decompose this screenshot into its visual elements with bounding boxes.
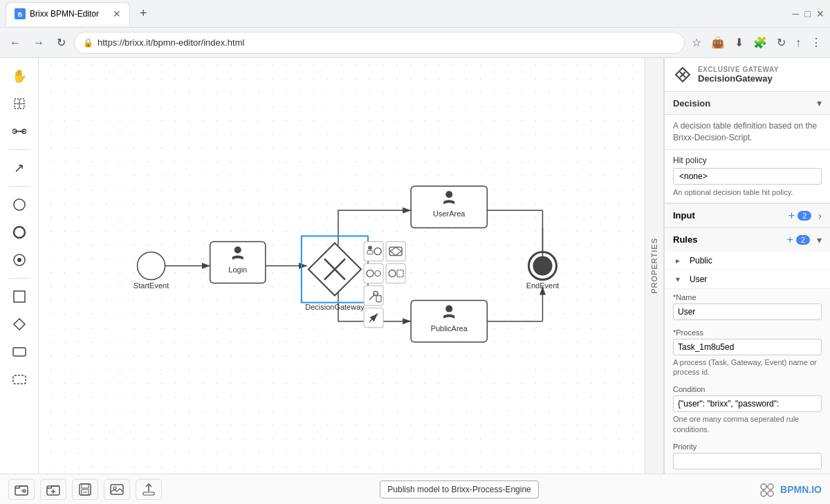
browser-titlebar: B Brixx BPMN-Editor ✕ + ─ □ ✕ bbox=[0, 0, 830, 28]
decision-section-desc: A decision table definition based on the… bbox=[665, 115, 830, 150]
user-tree-item[interactable]: ▾ User bbox=[665, 270, 830, 288]
forward-button[interactable]: → bbox=[29, 34, 48, 52]
window-maximize-button[interactable]: □ bbox=[805, 8, 811, 19]
svg-point-23 bbox=[234, 246, 241, 253]
export-button[interactable] bbox=[136, 479, 162, 500]
decision-section-title: Decision bbox=[673, 98, 817, 109]
diamond-tool-button[interactable] bbox=[7, 312, 32, 337]
save-button[interactable] bbox=[72, 479, 98, 500]
svg-rect-16 bbox=[13, 375, 26, 384]
tab-title: Brixx BPMN-Editor bbox=[30, 9, 109, 19]
rules-count-badge: 2 bbox=[796, 235, 810, 245]
name-field-label: *Name bbox=[673, 293, 822, 301]
rules-expand-icon: ▾ bbox=[817, 234, 822, 245]
input-add-button[interactable]: + bbox=[788, 209, 795, 222]
import-image-button[interactable] bbox=[104, 479, 130, 500]
hand-tool-button[interactable]: ✋ bbox=[7, 64, 32, 88]
svg-text:EndEvent: EndEvent bbox=[526, 281, 560, 290]
panel-header: EXCLUSIVE GATEWAY DecisionGateway bbox=[665, 58, 830, 92]
bookmark-button[interactable]: ☆ bbox=[689, 33, 704, 52]
download-button[interactable]: ⬇ bbox=[732, 33, 746, 52]
condition-field-label: Condition bbox=[673, 385, 822, 393]
user-expand-icon: ▾ bbox=[676, 274, 685, 284]
condition-field-input[interactable] bbox=[673, 395, 822, 412]
arrow-tool-button[interactable]: ↗ bbox=[7, 156, 32, 180]
process-field-input[interactable] bbox=[673, 339, 822, 355]
window-close-button[interactable]: ✕ bbox=[816, 8, 824, 19]
hit-policy-group: Hit policy <none> UNIQUE ANY PRIORITY FI… bbox=[665, 150, 830, 203]
svg-marker-14 bbox=[14, 319, 25, 330]
hit-policy-select[interactable]: <none> UNIQUE ANY PRIORITY FIRST bbox=[673, 168, 822, 185]
refresh-button[interactable]: ↻ bbox=[53, 33, 70, 52]
new-folder-button[interactable] bbox=[40, 479, 66, 500]
svg-point-76 bbox=[113, 487, 116, 489]
menu-button[interactable]: ⋮ bbox=[808, 33, 824, 52]
tab-close-button[interactable]: ✕ bbox=[113, 8, 121, 19]
share-button[interactable]: ↑ bbox=[793, 34, 804, 52]
svg-point-82 bbox=[768, 491, 773, 496]
window-minimize-button[interactable]: ─ bbox=[793, 8, 800, 19]
svg-rect-13 bbox=[14, 291, 25, 302]
public-tree-item[interactable]: ▸ Public bbox=[665, 252, 830, 270]
name-field-input[interactable] bbox=[673, 304, 822, 320]
canvas-area[interactable]: StartEvent Login bbox=[39, 58, 645, 474]
decision-section: Decision ▾ A decision table definition b… bbox=[665, 92, 830, 204]
priority-field-label: Priority bbox=[673, 442, 822, 451]
svg-text:·: · bbox=[377, 272, 378, 277]
svg-point-20 bbox=[138, 252, 165, 279]
extensions-button[interactable]: 🧩 bbox=[750, 33, 770, 52]
rect-tool-button[interactable] bbox=[7, 339, 32, 364]
user-label: User bbox=[690, 274, 822, 284]
priority-field-group: Priority bbox=[665, 438, 830, 474]
bottom-toolbar: Publish model to Brixx-Process-Engine BP… bbox=[0, 474, 830, 504]
circle-tool-button[interactable] bbox=[7, 192, 32, 217]
rules-section-header[interactable]: Rules + 2 ▾ bbox=[665, 228, 830, 252]
name-field-group: *Name bbox=[665, 289, 830, 324]
decision-section-header[interactable]: Decision ▾ bbox=[665, 92, 830, 115]
circle2-tool-button[interactable] bbox=[7, 220, 32, 245]
svg-point-54 bbox=[445, 191, 452, 198]
dot-circle-tool-button[interactable] bbox=[7, 248, 32, 272]
svg-rect-34 bbox=[386, 241, 405, 261]
publicarea-task[interactable]: PublicArea bbox=[411, 301, 487, 342]
tab-favicon: B bbox=[15, 8, 26, 19]
rules-section: Rules + 2 ▾ ▸ Public ▾ User bbox=[665, 228, 830, 474]
process-field-label: *Process bbox=[673, 328, 822, 337]
login-task[interactable]: Login bbox=[210, 241, 266, 283]
gateway-type-icon bbox=[673, 65, 692, 84]
url-text: https://brixx.it/bpmn-editor/index.html bbox=[98, 37, 676, 48]
square-tool-button[interactable] bbox=[7, 284, 32, 309]
dashed-rect-tool-button[interactable] bbox=[7, 367, 32, 392]
svg-text:PublicArea: PublicArea bbox=[431, 324, 468, 333]
browser-tab[interactable]: B Brixx BPMN-Editor ✕ bbox=[6, 2, 130, 26]
right-panel: EXCLUSIVE GATEWAY DecisionGateway Decisi… bbox=[664, 58, 830, 474]
select-tool-button[interactable] bbox=[7, 91, 32, 116]
wallet-button[interactable]: 👜 bbox=[708, 33, 728, 52]
userarea-task[interactable]: UserArea bbox=[411, 186, 487, 227]
svg-rect-78 bbox=[143, 492, 154, 495]
input-section: Input + 2 › bbox=[665, 204, 830, 228]
svg-point-10 bbox=[14, 227, 25, 238]
connect-tool-button[interactable] bbox=[7, 119, 32, 144]
new-tab-button[interactable]: + bbox=[136, 5, 151, 22]
gateway-type-label: EXCLUSIVE GATEWAY bbox=[698, 66, 779, 73]
back-button[interactable]: ← bbox=[6, 34, 25, 52]
panel-content[interactable]: Decision ▾ A decision table definition b… bbox=[665, 92, 830, 474]
left-toolbar: ✋ ↗ bbox=[0, 58, 39, 474]
condition-field-group: Condition One ore many comma seperated r… bbox=[665, 381, 830, 438]
svg-text:·: · bbox=[380, 272, 381, 277]
address-bar[interactable]: 🔒 https://brixx.it/bpmn-editor/index.htm… bbox=[74, 32, 685, 54]
publish-button[interactable]: Publish model to Brixx-Process-Engine bbox=[380, 480, 538, 498]
rules-add-button[interactable]: + bbox=[787, 234, 793, 246]
open-folder-button[interactable] bbox=[8, 479, 35, 500]
svg-point-9 bbox=[14, 199, 25, 210]
hit-policy-hint: An optional decision table hit policy. bbox=[673, 187, 822, 197]
gateway-name-label: DecisionGateway bbox=[698, 73, 779, 84]
input-section-title: Input bbox=[673, 210, 788, 221]
priority-field-input[interactable] bbox=[673, 453, 822, 469]
svg-rect-15 bbox=[13, 348, 26, 356]
input-section-header[interactable]: Input + 2 › bbox=[665, 204, 830, 227]
sync-button[interactable]: ↻ bbox=[774, 33, 788, 52]
svg-point-12 bbox=[17, 258, 21, 262]
svg-point-81 bbox=[761, 491, 766, 496]
